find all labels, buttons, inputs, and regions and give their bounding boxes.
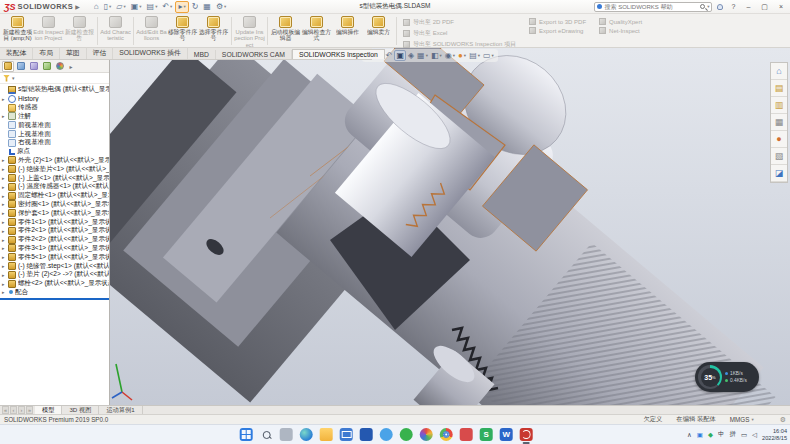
view-palette-icon[interactable]: ▦	[771, 114, 787, 131]
tree-filter[interactable]: ▾	[0, 73, 109, 84]
tray-expand-icon[interactable]: ∧	[687, 431, 692, 439]
tree-item-component[interactable]: ▸ 保护套<1> (默认<<默认>_显示状态	[0, 209, 109, 218]
restore-button[interactable]: ▢	[758, 3, 771, 11]
search-caret-icon[interactable]: ▾	[707, 4, 709, 9]
model-tab[interactable]: 模型	[35, 406, 62, 414]
print-icon[interactable]: ▤▾	[145, 2, 160, 12]
tree-item-component[interactable]: ▸ 零件5<1> (默认<<默认>_显示状态	[0, 253, 109, 262]
display-style-icon[interactable]: ◧▾	[430, 51, 443, 60]
tree-item-component[interactable]: ▸ 零件1<1> (默认<<默认>_显示状态	[0, 218, 109, 227]
cloud-app-icon[interactable]	[380, 428, 393, 441]
tree-item-sensors[interactable]: ▸ 传感器	[0, 103, 109, 112]
edit-operations-button[interactable]: 编辑操作	[332, 15, 363, 47]
tree-root-assembly[interactable]: ▸ s型铠装热电偶 (默认<默认_显示状态-1	[0, 85, 109, 95]
custom-properties-icon[interactable]: ▧	[771, 148, 787, 165]
taskbar-clock[interactable]: 16:04 2022/8/15	[762, 428, 787, 441]
export-command[interactable]: Net-Inspect	[599, 27, 642, 34]
app-s-icon[interactable]: S	[480, 428, 493, 441]
home-icon[interactable]: ⌂	[92, 2, 101, 12]
remove-balloons-button[interactable]: 移除零件序号	[167, 15, 198, 47]
search-button[interactable]	[260, 428, 273, 441]
tree-item-component[interactable]: ▸ 螺栓<2> (默认<<默认>_显示状态	[0, 279, 109, 288]
edge-icon[interactable]	[300, 428, 313, 441]
expand-arrow-icon[interactable]: ▸	[2, 289, 8, 295]
start-button[interactable]	[240, 428, 253, 441]
tree-item-front-plane[interactable]: ▸ 前视基准面	[0, 121, 109, 130]
export-command[interactable]: 导出至 Excel	[403, 29, 516, 38]
section-view-icon[interactable]: ▣	[394, 50, 406, 61]
update-inspection-project-button[interactable]: Update Inspection Project	[234, 15, 265, 47]
motion-study-tab[interactable]: 运动算例1	[99, 406, 142, 414]
tree-item-component[interactable]: ▸ 固定螺栓<1> (默认<<默认>_显示状	[0, 191, 109, 200]
tree-item-component[interactable]: ▸ 外壳 (2)<1> (默认<<默认>_显示状态	[0, 156, 109, 165]
rebuild-icon[interactable]: ↻	[190, 2, 201, 12]
tree-item-component[interactable]: ▸ (-) 绝缘垫片<1> (默认<<默认>_显示	[0, 165, 109, 174]
apply-scene-icon[interactable]: ▤▾	[468, 51, 481, 60]
tree-item-right-plane[interactable]: ▸ 右视基准面	[0, 138, 109, 147]
performance-monitor-bubble[interactable]: 35% 1KB/s 0.4KB/s	[695, 362, 759, 392]
tab-sketch[interactable]: 草图	[60, 47, 87, 59]
new-inspection-project-button[interactable]: 新建检查项目 (amp;N)	[2, 15, 33, 47]
browser-360-icon[interactable]	[420, 428, 433, 441]
help-button[interactable]: ?	[728, 3, 738, 10]
export-command[interactable]: Export to 3D PDF	[529, 18, 586, 25]
tree-item-mates[interactable]: ▸ 配合	[0, 288, 109, 297]
panel-overflow-tab[interactable]: ▸	[67, 61, 75, 72]
3d-views-tab[interactable]: 3D 视图	[62, 406, 99, 414]
tab-nav-arrow[interactable]: «	[2, 406, 9, 414]
tab-assembly[interactable]: 装配体	[0, 47, 33, 59]
graphics-viewport[interactable]: ◎⊞↶▣◈▦▾◧▾◉▾●▾▤▾▭▾ ⌂▤▥▦●▧◪ 35% 1KB/s 0.4K…	[110, 48, 790, 405]
appearances-icon[interactable]: ●	[771, 131, 787, 148]
tree-item-component[interactable]: ▸ (-) 垫片 (2)<2> ->? (默认<<默认>_	[0, 270, 109, 279]
dimxpertmanager-tab[interactable]	[41, 61, 53, 72]
3d-drawing-view-icon[interactable]: ◈	[407, 51, 415, 60]
model-canvas[interactable]	[110, 48, 790, 405]
task-view-button[interactable]	[280, 428, 293, 441]
tree-item-component[interactable]: ▸ (-) 温度传感器<1> (默认<<默认>_显	[0, 182, 109, 191]
export-command[interactable]: QualityXpert	[599, 18, 642, 25]
search-input[interactable]	[604, 4, 698, 10]
open-icon[interactable]: ▱▾	[114, 2, 127, 12]
tree-item-component[interactable]: ▸ 密封圈<1> (默认<<默认>_显示状态	[0, 200, 109, 209]
configurationmanager-tab[interactable]	[28, 61, 40, 72]
view-orientation-icon[interactable]: ▦▾	[416, 51, 429, 60]
options-icon[interactable]: ⚙▾	[214, 2, 228, 12]
tab-nav-arrow[interactable]: ‹	[10, 406, 17, 414]
edit-appearance-icon[interactable]: ●▾	[457, 51, 467, 60]
undo-icon[interactable]: ↶▾	[160, 2, 174, 12]
word-icon[interactable]: W	[500, 428, 513, 441]
solidworks-logo[interactable]: ƷS SOLIDWORKS ▶	[0, 2, 84, 12]
app-green-icon[interactable]	[400, 428, 413, 441]
add-edit-balloons-button[interactable]: Add/Edit Balloons	[136, 15, 167, 47]
export-command[interactable]: Export eDrawing	[529, 27, 586, 34]
tab-sw-addins[interactable]: SOLIDWORKS 插件	[113, 47, 188, 59]
store-icon[interactable]	[360, 428, 373, 441]
save-icon[interactable]: ▣▾	[129, 2, 144, 12]
tree-item-component[interactable]: ▸ (-) 绝缘管.step<1> (默认<<默认>_	[0, 262, 109, 271]
solidworks-resources-icon[interactable]: ⌂	[771, 63, 787, 80]
add-characteristic-button[interactable]: Add Characteristic	[100, 15, 131, 47]
design-library-icon[interactable]: ▤	[771, 80, 787, 97]
edit-inspection-methods-button[interactable]: 编辑检查方式	[301, 15, 332, 47]
propertymanager-tab[interactable]	[15, 61, 27, 72]
sign-in-icon[interactable]	[717, 4, 723, 10]
tree-item-component[interactable]: ▸ (-) 上盖<1> (默认<<默认>_显示状态	[0, 174, 109, 183]
tree-item-origin[interactable]: ▸ 原点	[0, 147, 109, 156]
tray-shield-icon[interactable]: ◆	[708, 431, 713, 439]
displaymanager-tab[interactable]	[54, 61, 66, 72]
tab-nav-arrow[interactable]: ›	[18, 406, 25, 414]
minimize-button[interactable]: –	[743, 3, 753, 10]
tree-item-history[interactable]: ▸ History	[0, 95, 109, 104]
menu-flyout-icon[interactable]: ▶	[75, 3, 80, 10]
file-explorer-icon[interactable]: ▥	[771, 97, 787, 114]
forum-icon[interactable]: ◪	[771, 165, 787, 182]
featuremanager-tab[interactable]	[2, 61, 14, 72]
tab-nav-arrow[interactable]: »	[26, 406, 33, 414]
tree-item-component[interactable]: ▸ 零件2<2> (默认<<默认>_显示状态	[0, 235, 109, 244]
solidworks-icon[interactable]	[520, 428, 533, 441]
edit-vendor-button[interactable]: 编辑卖方	[363, 15, 394, 47]
close-button[interactable]: ×	[776, 3, 786, 10]
new-inspection-report-button[interactable]: 新建检查报告	[64, 15, 95, 47]
mail-icon[interactable]	[340, 428, 353, 441]
tree-item-component[interactable]: ▸ 零件2<1> (默认<<默认>_显示状态	[0, 226, 109, 235]
